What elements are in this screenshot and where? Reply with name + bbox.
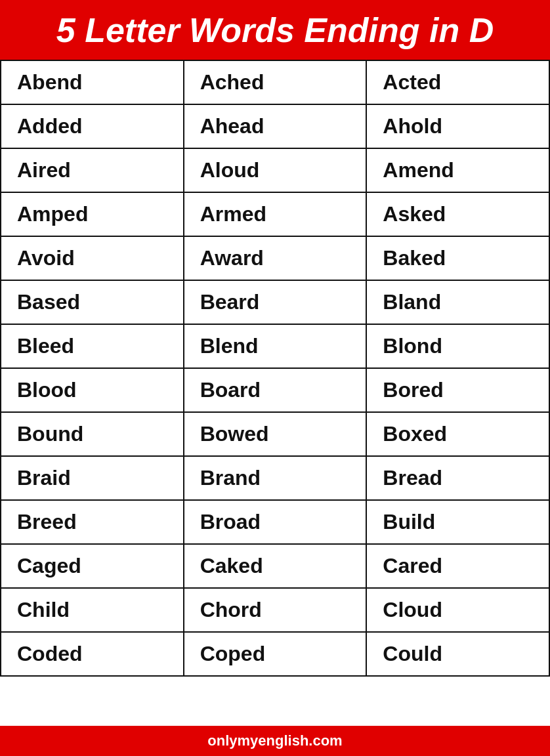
word-cell: Asked [366,192,549,236]
table-row: BloodBoardBored [1,368,549,412]
word-cell: Baked [366,236,549,280]
table-row: BoundBowedBoxed [1,412,549,456]
table-row: BreedBroadBuild [1,500,549,544]
word-cell: Bored [366,368,549,412]
word-cell: Award [184,236,367,280]
word-cell: Boxed [366,412,549,456]
word-cell: Amped [1,192,184,236]
footer-url: onlymyenglish.com [207,732,342,749]
table-row: BasedBeardBland [1,280,549,324]
table-row: CagedCakedCared [1,544,549,588]
word-cell: Blood [1,368,184,412]
word-cell: Child [1,588,184,632]
word-cell: Amend [366,148,549,192]
word-cell: Broad [184,500,367,544]
table-row: AvoidAwardBaked [1,236,549,280]
word-cell: Brand [184,456,367,500]
word-cell: Braid [1,456,184,500]
table-row: ChildChordCloud [1,588,549,632]
word-cell: Beard [184,280,367,324]
words-table: AbendAchedActedAddedAheadAholdAiredAloud… [0,60,550,677]
word-cell: Ahold [366,104,549,148]
table-row: BleedBlendBlond [1,324,549,368]
word-cell: Acted [366,60,549,104]
word-cell: Based [1,280,184,324]
word-cell: Chord [184,588,367,632]
word-cell: Blond [366,324,549,368]
word-cell: Armed [184,192,367,236]
word-cell: Bread [366,456,549,500]
words-table-container: AbendAchedActedAddedAheadAholdAiredAloud… [0,60,550,726]
word-cell: Bowed [184,412,367,456]
word-cell: Abend [1,60,184,104]
word-cell: Added [1,104,184,148]
word-cell: Ahead [184,104,367,148]
page-footer: onlymyenglish.com [0,726,550,756]
word-cell: Cloud [366,588,549,632]
table-row: AbendAchedActed [1,60,549,104]
word-cell: Avoid [1,236,184,280]
word-cell: Board [184,368,367,412]
word-cell: Caged [1,544,184,588]
table-row: CodedCopedCould [1,632,549,676]
word-cell: Blend [184,324,367,368]
table-row: AiredAloudAmend [1,148,549,192]
page-title: 5 Letter Words Ending in D [13,12,537,49]
table-row: BraidBrandBread [1,456,549,500]
word-cell: Could [366,632,549,676]
table-row: AddedAheadAhold [1,104,549,148]
word-cell: Coped [184,632,367,676]
word-cell: Cared [366,544,549,588]
word-cell: Caked [184,544,367,588]
word-cell: Breed [1,500,184,544]
word-cell: Bleed [1,324,184,368]
word-cell: Ached [184,60,367,104]
word-cell: Aired [1,148,184,192]
table-row: AmpedArmedAsked [1,192,549,236]
word-cell: Build [366,500,549,544]
word-cell: Coded [1,632,184,676]
word-cell: Bland [366,280,549,324]
word-cell: Aloud [184,148,367,192]
word-cell: Bound [1,412,184,456]
page-header: 5 Letter Words Ending in D [0,0,550,60]
